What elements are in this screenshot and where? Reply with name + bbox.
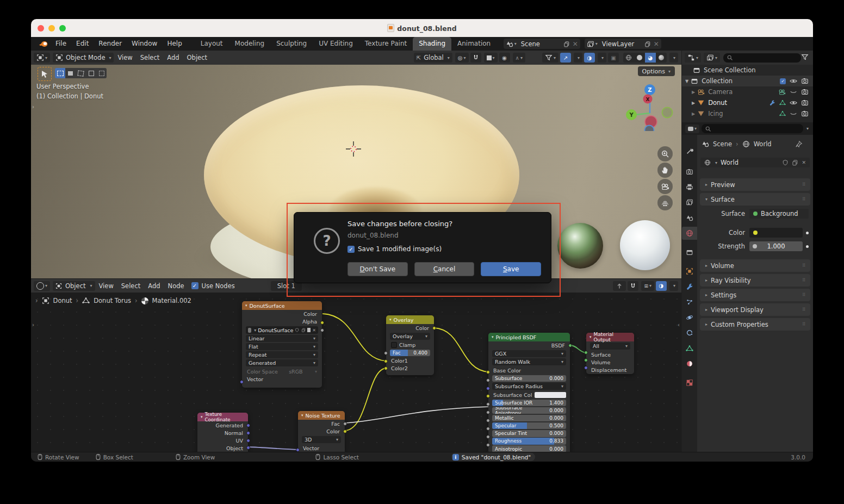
tab-rendering[interactable]: Rendering (497, 37, 499, 51)
expand-icon[interactable]: ▼ (685, 79, 688, 84)
outliner-editor-type-dropdown[interactable]: ▾ (685, 53, 701, 63)
outliner-row-collection[interactable]: ▼ Collection ✓ (682, 76, 813, 86)
node-image-texture[interactable]: ▾DonutSurface Color Alpha ▾ DonutSurface… (242, 301, 322, 388)
metallic-slider[interactable]: Metallic0.000 (492, 415, 566, 422)
noise-dimensions-dropdown[interactable]: 3D▾ (302, 436, 341, 443)
socket-in-color2[interactable] (384, 366, 388, 370)
camera-view-button[interactable] (657, 179, 673, 194)
tab-collection-properties[interactable] (682, 246, 697, 259)
remove-viewlayer-icon[interactable]: ✕ (654, 40, 659, 48)
active-tool-cursor[interactable] (38, 67, 52, 81)
camera-render-icon[interactable] (801, 77, 809, 85)
node-sidebar-collapse-icon[interactable]: ‹ (678, 322, 680, 328)
socket-in-vector[interactable] (296, 448, 300, 452)
subsurface-anisotropy-slider[interactable]: Subsurface Anisotropy0.000 (492, 407, 566, 414)
panel-custom-properties[interactable]: ▸Custom Properties⠿ (700, 318, 810, 331)
use-nodes-checkbox[interactable]: ✓ Use Nodes (191, 282, 235, 290)
node-principled-header[interactable]: ▾Principled BSDF (488, 333, 570, 341)
specular-slider[interactable]: Specular0.500 (492, 422, 566, 430)
properties-options-icon[interactable]: ▾ (806, 126, 809, 131)
transform-orientation-dropdown[interactable]: ⇱Global▾ (414, 53, 452, 63)
panel-ray-visibility[interactable]: ▸Ray Visibility⠿ (700, 274, 810, 287)
viewport-menu-add[interactable]: Add (163, 54, 183, 61)
node-texture-coordinate-header[interactable]: ▾Texture Coordinate (197, 413, 248, 421)
source-dropdown[interactable]: Generated▾ (246, 359, 318, 366)
node-noise-texture[interactable]: ▾Noise Texture Fac Color 3D▾ Vector (298, 411, 345, 452)
expand-icon[interactable]: ▶ (692, 101, 695, 105)
cancel-button[interactable]: Cancel (414, 262, 475, 276)
gizmos-dropdown[interactable]: ▾ (574, 53, 582, 63)
expand-icon[interactable]: ▶ (692, 90, 695, 95)
pivot-point-dropdown[interactable]: ◎▾ (455, 53, 469, 63)
extension-dropdown[interactable]: Repeat▾ (246, 351, 318, 358)
socket-in-metallic[interactable] (486, 419, 490, 422)
eye-icon[interactable] (790, 99, 797, 107)
menu-window[interactable]: Window (127, 37, 162, 51)
panel-viewport-display[interactable]: ▸Viewport Display⠿ (700, 303, 810, 316)
select-lasso-tool[interactable] (86, 68, 96, 78)
zoom-view-button[interactable] (657, 146, 673, 161)
panel-volume[interactable]: ▸Volume⠿ (700, 259, 810, 272)
socket-out-color[interactable] (432, 326, 436, 330)
node-sidebar-expand-icon[interactable]: › (32, 322, 34, 328)
eye-closed-icon[interactable] (790, 110, 797, 117)
tab-output-properties[interactable] (682, 181, 697, 194)
tab-animation[interactable]: Animation (451, 37, 497, 51)
socket-in-surface[interactable] (584, 351, 588, 354)
eye-icon[interactable] (790, 77, 797, 85)
xray-toggle[interactable]: ▣ (608, 53, 619, 63)
shader-menu-view[interactable]: View (95, 282, 117, 290)
world-color-field[interactable] (749, 228, 803, 238)
node-principled-bsdf[interactable]: ▾Principled BSDF BSDF GGX▾ Random Walk▾ … (488, 333, 570, 452)
proportional-falloff-dropdown[interactable]: ∧▾ (513, 53, 525, 63)
copy-icon[interactable] (792, 159, 798, 166)
outliner-row-donut[interactable]: ▶ Donut (682, 97, 813, 108)
tab-texture-properties[interactable] (682, 376, 697, 389)
shader-menu-add[interactable]: Add (144, 282, 164, 290)
socket-out-color[interactable] (320, 321, 324, 325)
visibility-dropdown[interactable]: ▾ (542, 53, 558, 63)
tab-sculpting[interactable]: Sculpting (270, 37, 313, 51)
proportional-editing-toggle[interactable]: ◉ (499, 53, 510, 63)
shader-overlays-toggle[interactable]: ◑ (656, 281, 667, 291)
specular-tint-slider[interactable]: Specular Tint0.000 (492, 430, 566, 437)
menu-help[interactable]: Help (162, 37, 187, 51)
gizmos-toggle[interactable]: ↗ (560, 53, 571, 63)
viewlayer-selector[interactable]: ▾ ViewLayer ✕ (585, 39, 661, 49)
tab-constraint-properties[interactable] (682, 326, 697, 339)
anisotropic-slider[interactable]: Anisotropic0.000 (492, 445, 566, 452)
panel-settings[interactable]: ▸Settings⠿ (700, 289, 810, 301)
socket-out-uv[interactable] (246, 439, 250, 443)
shading-solid-button[interactable] (634, 53, 645, 63)
overlays-dropdown[interactable]: ▾ (598, 53, 606, 63)
select-circle-tool[interactable] (76, 68, 86, 78)
navigation-gizmo[interactable]: Z X Y (624, 82, 678, 131)
socket-in-roughness[interactable] (486, 443, 490, 447)
viewport-options-button[interactable]: Options▾ (638, 66, 675, 76)
socket-in-subsurface-ior[interactable] (486, 402, 490, 406)
shading-wireframe-button[interactable] (623, 53, 634, 63)
copy-icon[interactable] (301, 327, 306, 333)
subsurface-radius-dropdown[interactable]: Subsurface Radius▾ (492, 383, 566, 390)
blender-logo-icon[interactable] (39, 40, 48, 48)
overlays-toggle[interactable]: ◑ (584, 53, 595, 63)
output-target-dropdown[interactable]: All▾ (590, 343, 630, 350)
select-tweak-tool[interactable] (65, 68, 76, 78)
new-viewlayer-icon[interactable] (644, 41, 651, 47)
properties-editor-type-dropdown[interactable]: ▾ (685, 125, 699, 133)
tab-uv-editing[interactable]: UV Editing (313, 37, 359, 51)
save-images-checkbox[interactable]: ✓ Save 1 modified image(s) (347, 245, 442, 253)
subsurface-slider[interactable]: Subsurface0.000 (492, 375, 566, 382)
scene-selector[interactable]: ▾ Scene ✕ (504, 39, 580, 49)
fake-user-icon[interactable] (782, 159, 789, 166)
node-texture-coordinate[interactable]: ▾Texture Coordinate Generated Normal UV … (197, 413, 248, 452)
shader-overlays-dropdown[interactable]: ▾ (669, 281, 678, 291)
shader-menu-node[interactable]: Node (164, 282, 188, 290)
node-material-output-header[interactable]: ▾Material Output (586, 333, 634, 341)
outliner-row-camera[interactable]: ▶ Camera (682, 86, 813, 97)
distribution-dropdown[interactable]: GGX▾ (492, 350, 566, 357)
tab-shading[interactable]: Shading (413, 37, 451, 51)
save-button[interactable]: Save (481, 262, 541, 276)
socket-in-subsurface-radius[interactable] (486, 387, 490, 390)
shading-rendered-button[interactable] (656, 53, 667, 63)
